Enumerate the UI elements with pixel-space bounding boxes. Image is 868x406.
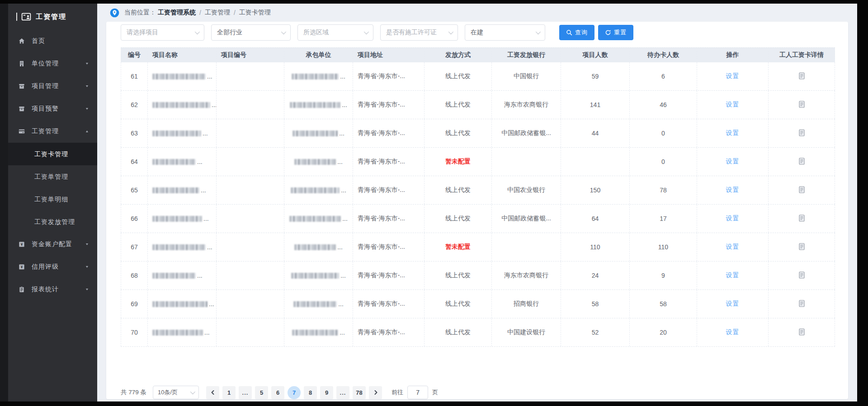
page-button-7[interactable]: 7 — [288, 386, 301, 399]
settings-link[interactable]: 设置 — [726, 328, 740, 336]
settings-link[interactable]: 设置 — [726, 186, 740, 194]
cell-pending-count: 0 — [630, 119, 697, 147]
goto-label: 前往 — [392, 388, 403, 397]
sidebar-item-首页[interactable]: 首页 — [8, 30, 97, 52]
card-detail-icon — [799, 243, 805, 252]
page-button-5[interactable]: 5 — [255, 386, 268, 399]
cell-people-count: 58 — [561, 290, 630, 318]
page-button-78[interactable]: 78 — [353, 386, 366, 399]
reset-button[interactable]: 重置 — [598, 25, 633, 40]
breadcrumb-separator: / — [199, 9, 201, 16]
settings-link[interactable]: 设置 — [726, 243, 740, 251]
filter-select-3[interactable]: 是否有施工许可证 — [380, 24, 458, 41]
sidebar-item-label: 资金账户配置 — [32, 240, 85, 248]
cell-project-code — [217, 233, 284, 261]
worker-card-detail-button[interactable] — [799, 243, 805, 252]
settings-link[interactable]: 设置 — [726, 300, 740, 308]
sidebar-subitem-工资单管理[interactable]: 工资单管理 — [8, 165, 97, 188]
sidebar-item-label: 项目管理 — [32, 82, 85, 90]
chevron-down-icon: ▼ — [85, 265, 89, 269]
filter-select-1[interactable]: 全部行业 — [211, 24, 291, 41]
filter-select-2[interactable]: 所选区域 — [297, 24, 373, 41]
breadcrumb-item[interactable]: 工资管理 — [205, 9, 230, 17]
goto-page-input[interactable] — [407, 386, 428, 399]
sidebar-subitem-工资单明细[interactable]: 工资单明细 — [8, 188, 97, 210]
cell-pending-count: 0 — [630, 148, 697, 176]
card-detail-icon — [799, 158, 805, 166]
cell-contractor: ... — [284, 290, 353, 318]
table-row: 63......青海省-海东市-...线上代发中国邮政储蓄银...440设置 — [121, 119, 835, 148]
table-row: 69......青海省-海东市-...线上代发招商银行5858设置 — [121, 290, 835, 318]
column-header-项目人数: 项目人数 — [561, 51, 630, 59]
settings-link[interactable]: 设置 — [726, 129, 740, 137]
table-row: 66......青海省-海东市-...线上代发中国邮政储蓄银...6417设置 — [121, 205, 835, 233]
filter-select-0[interactable]: 请选择项目 — [121, 24, 204, 41]
sidebar: 工资管理 首页单位管理▼项目管理▼项目预警▼工资管理▲工资卡管理工资单管理工资单… — [8, 4, 97, 401]
cell-worker-card-detail — [769, 91, 835, 119]
sidebar-item-工资管理[interactable]: 工资管理▲ — [8, 120, 97, 143]
cell-people-count — [561, 148, 630, 176]
worker-card-detail-button[interactable] — [799, 186, 805, 195]
filter-select-value: 所选区域 — [303, 28, 329, 37]
page-button-9[interactable]: 9 — [320, 386, 333, 399]
worker-card-detail-button[interactable] — [799, 215, 805, 223]
settings-link[interactable]: 设置 — [726, 72, 740, 80]
redacted-text — [292, 131, 338, 136]
content-card: 请选择项目全部行业所选区域是否有施工许可证在建 查询 — [106, 22, 848, 399]
settings-link[interactable]: 设置 — [726, 215, 740, 223]
worker-card-detail-button[interactable] — [799, 101, 805, 109]
chevron-down-icon: ▼ — [85, 84, 89, 88]
worker-card-detail-button[interactable] — [799, 328, 805, 337]
sidebar-item-资金账户配置[interactable]: ¥资金账户配置▼ — [8, 233, 97, 256]
cell-action: 设置 — [697, 176, 769, 204]
reset-button-label: 重置 — [614, 28, 627, 37]
worker-card-detail-button[interactable] — [799, 72, 805, 81]
column-header-项目名称: 项目名称 — [148, 51, 217, 59]
cell-contractor: ... — [284, 148, 353, 176]
settings-link[interactable]: 设置 — [726, 101, 740, 109]
breadcrumb-root[interactable]: 工资管理系统 — [158, 9, 196, 17]
pagination: 共 779 条 10条/页 1...56789...78 — [121, 386, 834, 399]
pager-more-button[interactable]: ... — [336, 386, 349, 399]
cell-pay-mode: 线上代发 — [425, 119, 492, 147]
cell-people-count: 59 — [561, 62, 630, 90]
settings-link[interactable]: 设置 — [726, 158, 740, 166]
salary-icon — [18, 128, 26, 135]
chevron-down-icon — [281, 29, 286, 34]
worker-card-detail-button[interactable] — [799, 158, 805, 166]
next-page-button[interactable] — [369, 386, 382, 399]
breadcrumb-item[interactable]: 工资卡管理 — [239, 9, 271, 17]
redacted-text — [152, 244, 206, 250]
settings-link[interactable]: 设置 — [726, 271, 740, 280]
cell-no: 64 — [121, 148, 148, 176]
sidebar-item-报表统计[interactable]: 报表统计▼ — [8, 278, 97, 301]
sidebar-subitem-工资卡管理[interactable]: 工资卡管理 — [8, 143, 97, 165]
goto-page: 前往 页 — [392, 386, 438, 399]
page-size-select[interactable]: 10条/页 — [153, 386, 199, 399]
search-button[interactable]: 查询 — [559, 25, 594, 40]
prev-page-button[interactable] — [206, 386, 219, 399]
redacted-text — [152, 187, 199, 193]
pager-more-button[interactable]: ... — [239, 386, 252, 399]
cell-pending-count: 9 — [630, 261, 697, 289]
sidebar-subitem-工资发放管理[interactable]: 工资发放管理 — [8, 210, 97, 233]
page-button-8[interactable]: 8 — [304, 386, 317, 399]
cell-action: 设置 — [697, 233, 769, 261]
page-button-1[interactable]: 1 — [222, 386, 236, 399]
sidebar-menu: 首页单位管理▼项目管理▼项目预警▼工资管理▲工资卡管理工资单管理工资单明细工资发… — [8, 30, 97, 401]
sidebar-item-项目管理[interactable]: 项目管理▼ — [8, 75, 97, 98]
filter-select-value: 全部行业 — [217, 28, 242, 37]
sidebar-item-单位管理[interactable]: 单位管理▼ — [8, 52, 97, 75]
worker-card-detail-button[interactable] — [799, 300, 805, 308]
cell-no: 70 — [121, 318, 148, 346]
page-button-6[interactable]: 6 — [271, 386, 284, 399]
cell-bank: 中国银行 — [492, 62, 561, 90]
filter-select-4[interactable]: 在建 — [465, 24, 545, 41]
cell-project-name: ... — [148, 290, 217, 318]
cell-project-name: ... — [148, 261, 217, 289]
worker-card-detail-button[interactable] — [799, 129, 805, 138]
worker-card-detail-button[interactable] — [799, 271, 805, 280]
sidebar-item-信用评级[interactable]: ¥信用评级▼ — [8, 256, 97, 278]
card-detail-icon — [799, 101, 805, 109]
sidebar-item-项目预警[interactable]: 项目预警▼ — [8, 98, 97, 120]
